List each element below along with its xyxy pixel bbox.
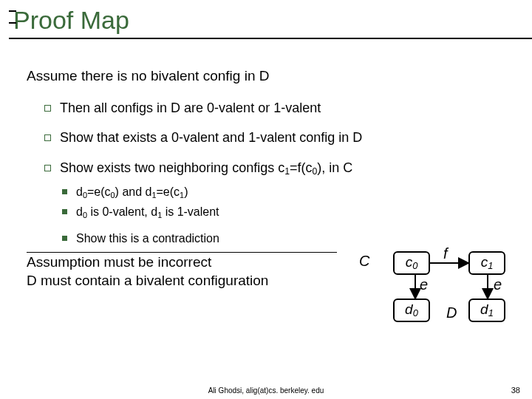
t: 0	[412, 261, 417, 272]
bullet-3-pre: Show exists two neighboring configs c	[60, 160, 284, 175]
t: 0	[413, 308, 418, 319]
t: =e(c	[87, 185, 111, 198]
bullet-2-text: Show that exists a 0-valent and 1-valent…	[60, 130, 362, 145]
t: =e(c	[156, 185, 180, 198]
bullet-1-text: Then all configs in D are 0-valent or 1-…	[60, 100, 321, 115]
t: c	[406, 254, 413, 270]
square-bullet-icon	[44, 105, 51, 112]
edge-f: f	[443, 245, 448, 262]
assumption-line: Assume there is no bivalent config in D	[27, 67, 519, 85]
square-bullet-icon	[44, 134, 51, 141]
diagram: C c0 f c1 e e d0 D d1	[356, 248, 526, 337]
t: is 1-valent	[162, 205, 219, 218]
node-d0: d0	[393, 299, 430, 322]
solid-bullet-icon	[62, 189, 67, 194]
subbullet-1: d0=e(c0) and d1=e(c1)	[62, 185, 519, 200]
closing-line-2: D must contain a bivalent configuration	[27, 271, 337, 290]
t: 1	[488, 261, 493, 272]
bullet-2: Show that exists a 0-valent and 1-valent…	[44, 129, 519, 146]
bullet-3: Show exists two neighboring configs c1=f…	[44, 160, 519, 177]
t: d	[76, 205, 83, 218]
edge-e-right: e	[494, 276, 502, 293]
solid-bullet-icon	[62, 236, 67, 241]
edge-e-left: e	[420, 276, 428, 293]
t: d	[480, 301, 488, 317]
closing-line-1: Assumption must be incorrect	[27, 253, 337, 272]
t: d	[76, 185, 83, 198]
t: ) and d	[115, 185, 152, 198]
square-bullet-icon	[44, 165, 51, 171]
subbullet-2: d0 is 0-valent, d1 is 1-valent	[62, 205, 519, 220]
bullet-3-mid: =f(c	[290, 160, 313, 175]
bullet-3-post: ), in C	[317, 160, 352, 175]
label-D: D	[446, 304, 457, 321]
closing-block: Assumption must be incorrect D must cont…	[27, 252, 337, 290]
label-C: C	[359, 253, 369, 270]
t: c	[481, 254, 488, 270]
slide-title: Proof Map	[13, 6, 532, 38]
t: 1	[488, 308, 494, 319]
t: d	[405, 301, 413, 317]
node-c1: c1	[468, 251, 505, 275]
bullet-1: Then all configs in D are 0-valent or 1-…	[44, 100, 519, 117]
node-d1: d1	[468, 299, 505, 322]
node-c0: c0	[393, 251, 430, 275]
t: )	[184, 185, 188, 198]
solid-bullet-icon	[62, 209, 67, 214]
t: is 0-valent, d	[87, 205, 157, 218]
subbullet-3-text: Show this is a contradiction	[76, 232, 219, 245]
footer-author: Ali Ghodsi, alig(at)cs. berkeley. edu	[208, 386, 324, 395]
subbullet-3: Show this is a contradiction	[62, 231, 519, 246]
page-number: 38	[511, 386, 520, 395]
